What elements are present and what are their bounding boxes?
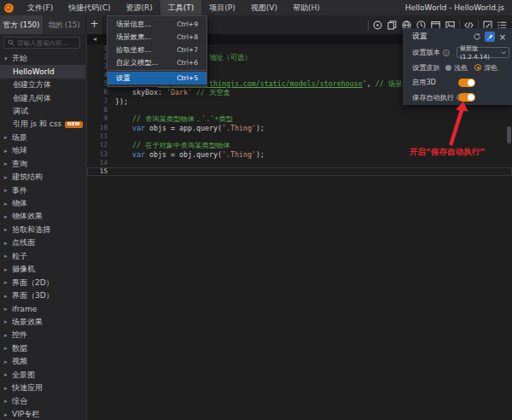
tree-item[interactable]: ▸iframe (0, 302, 85, 315)
enable-3d-toggle[interactable] (458, 79, 475, 87)
tree-item-label: 调试 (13, 106, 28, 117)
chevron-right-icon: ▸ (4, 398, 12, 405)
sidebar: ▾开始HelloWorld创建立方体创建几何体调试引用 js 和 cssNEW▸… (0, 34, 87, 420)
tree-item-label: 摄像机 (12, 264, 35, 275)
chevron-right-icon: ▸ (4, 226, 12, 233)
code-line[interactable]: 11 (87, 132, 512, 141)
menubar-items: 文件(F)快捷代码(C)资源(R)工具(T)项目(P)视图(V)帮助(H) (20, 0, 328, 15)
tree-item[interactable]: ▸数据 (0, 342, 85, 355)
code-line[interactable]: 8 (87, 106, 512, 114)
menubar-item-file[interactable]: 文件(F) (20, 0, 61, 15)
settings-row-skin: 设置皮肤浅色深色 (403, 61, 512, 76)
tree-item[interactable]: 引用 js 和 cssNEW (0, 118, 85, 131)
tree-item[interactable]: ▸粒子 (0, 250, 85, 263)
tree-item[interactable]: ▸界面（2D） (0, 276, 85, 289)
code-text: // 在子对象中查询某类型物体 (115, 141, 230, 149)
tree-item[interactable]: ▸拾取和选择 (0, 224, 85, 236)
line-number: 2 (87, 53, 108, 61)
new-tab-button[interactable]: + (85, 15, 103, 34)
tree-item[interactable]: ▸事件 (0, 184, 85, 196)
menubar-item-snippets[interactable]: 快捷代码(C) (61, 0, 118, 15)
code-text: // 查询某类型物体，'.'+类型 (115, 114, 233, 123)
menubar-item-help[interactable]: 帮助(H) (285, 0, 328, 15)
tree-item[interactable]: 创建立方体 (0, 79, 85, 91)
dropdown-item-pick-coords[interactable]: 拾取坐标...Ctrl+7 (108, 44, 207, 56)
tree-item[interactable]: 创建几何体 (0, 91, 85, 104)
copy-icon[interactable] (385, 15, 399, 34)
tree-item[interactable]: ▸场景效果 (0, 316, 85, 329)
tab-official[interactable]: 官方 (150) (0, 15, 43, 34)
tree-item-label: 场景 (12, 132, 27, 143)
code-line[interactable]: 10 var objs = app.query('.Thing'); (87, 124, 512, 132)
menubar-item-project[interactable]: 项目(P) (201, 0, 242, 15)
menubar-item-resources[interactable]: 资源(R) (119, 0, 160, 15)
dropdown-item-custom-model[interactable]: 自定义模型...Ctrl+6 (108, 56, 207, 69)
toolbar-divider (368, 20, 369, 30)
tree-item-label: 场景效果 (12, 317, 43, 328)
tree-item-label: 拾取和选择 (12, 225, 50, 236)
tree-item[interactable]: ▸查询 (0, 158, 85, 171)
chevron-right-icon: ▸ (4, 411, 12, 418)
tree-item[interactable]: ▸全景图 (0, 369, 85, 382)
tree-item-label: 粒子 (12, 251, 27, 262)
menubar-item-tools[interactable]: 工具(T) (160, 0, 202, 15)
chevron-right-icon: ▸ (4, 332, 12, 339)
chevron-right-icon: ▸ (4, 279, 12, 286)
line-number: 9 (87, 114, 108, 123)
code-line[interactable]: 14 (87, 159, 512, 167)
app-logo-icon (4, 3, 14, 13)
info-icon[interactable]: ? (443, 50, 450, 56)
settings-rows: 设置版本?最新版(1.2.4.14)设置皮肤浅色深色启用3D保存自动执行? (403, 45, 512, 105)
tree-item[interactable]: 调试 (0, 105, 85, 118)
tree-item-label: 建筑结构 (12, 172, 43, 183)
tree-item[interactable]: ▸物体 (0, 197, 85, 210)
tree-item[interactable]: ▸物体效果 (0, 210, 85, 223)
settings-label: 启用3D (412, 78, 436, 87)
tree-item[interactable]: ▸摄像机 (0, 263, 85, 276)
search-input[interactable] (17, 39, 76, 47)
chevron-right-icon: ▸ (4, 266, 12, 273)
tree-item[interactable]: ▸快速应用 (0, 382, 85, 394)
tree-item[interactable]: ▸建筑结构 (0, 171, 85, 184)
close-icon[interactable]: × (497, 32, 508, 42)
tree-item[interactable]: ▸界面（3D） (0, 289, 85, 302)
tab-mine[interactable]: 我的 (15) (43, 15, 85, 34)
auto-run-on-save-toggle[interactable] (458, 93, 475, 102)
pin-icon[interactable] (485, 32, 495, 42)
refresh-icon[interactable] (472, 32, 482, 42)
tree-item-label: 点线面 (12, 237, 35, 248)
editor-scrollbar-thumb[interactable] (507, 126, 511, 143)
menubar-item-view[interactable]: 视图(V) (243, 0, 285, 15)
tree-item[interactable]: ▸视频 (0, 355, 85, 368)
settings-row-version: 设置版本?最新版(1.2.4.14) (403, 45, 512, 61)
tree-item-label: 物体效果 (12, 211, 43, 222)
annotation-text: 开启“保存自动执行” (398, 147, 497, 158)
dropdown-item-shortcut: Ctrl+7 (177, 46, 198, 54)
code-line[interactable]: 9 // 查询某类型物体，'.'+类型 (87, 114, 512, 123)
tree-item[interactable]: ▸场景 (0, 131, 85, 144)
code-line[interactable]: 15 (87, 167, 512, 176)
dropdown-item-settings[interactable]: 设置Ctrl+5 (108, 72, 207, 85)
version-select[interactable]: 最新版(1.2.4.14) (457, 47, 509, 58)
settings-row-enable-3d: 启用3D (403, 75, 512, 90)
radio-selected[interactable] (474, 64, 481, 71)
tree-item[interactable]: ▸综合 (0, 394, 85, 407)
target-icon[interactable] (370, 15, 385, 34)
search-icon (8, 39, 15, 46)
chevron-down-icon: ▾ (4, 55, 12, 62)
toggle-knob (468, 79, 474, 86)
settings-panel-header: 设置 × (403, 28, 512, 45)
tree-item[interactable]: ▾开始 (0, 52, 85, 65)
dropdown-item-shortcut: Ctrl+5 (177, 74, 198, 82)
tree-item[interactable]: ▸VIP专栏 (0, 408, 85, 420)
tree-item[interactable]: ▸地球 (0, 144, 85, 157)
tab-scroll-left-button[interactable]: ◂ (90, 34, 100, 44)
tree-item[interactable]: HelloWorld (0, 65, 85, 78)
dropdown-item-scene-info[interactable]: 场景信息...Ctrl+9 (108, 18, 207, 31)
chevron-right-icon: ▸ (4, 371, 12, 378)
dropdown-item-label: 自定义模型... (116, 58, 158, 67)
tree-item[interactable]: ▸点线面 (0, 236, 85, 249)
tree-item[interactable]: ▸控件 (0, 329, 85, 341)
dropdown-item-scene-effects[interactable]: 场景效果...Ctrl+8 (108, 31, 207, 44)
radio-unselected[interactable] (445, 65, 451, 71)
